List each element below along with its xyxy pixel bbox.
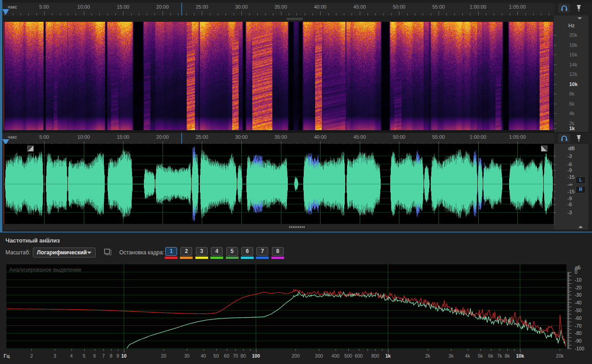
time-label: 5:00 [39,134,49,140]
freq-axis-tick [118,349,118,351]
hold-frame-color-8 [271,257,284,259]
hold-frame-button-4[interactable]: 4 [211,247,223,256]
freq-scale-tick [554,35,556,35]
hold-frame-button-5[interactable]: 5 [226,247,238,256]
hz-unit-label: Hz [568,23,575,28]
time-label: 30:00 [235,134,248,140]
freq-scale-tick [554,104,556,104]
amp-scale-minor-tick [554,208,555,208]
ruler-tick [439,11,439,15]
freq-scale-label: 16k [569,52,577,57]
waveform-view[interactable] [4,144,554,224]
amp-scale-minor-tick [554,214,555,214]
hold-frames-label: Остановка кадра: [119,249,164,256]
pin-icon [576,5,582,12]
db-label: -6 [567,162,572,167]
freq-scale-label: 4k [569,111,575,116]
chevron-down-icon[interactable] [577,17,582,20]
hold-frame-button-3[interactable]: 3 [196,247,208,256]
hold-frame-color-1 [165,257,178,259]
channel-badge-left[interactable]: L [576,177,586,184]
amp-scale-minor-tick [554,157,555,157]
freq-axis-label: 100 [252,353,260,359]
time-marker[interactable] [181,3,182,15]
solo-monitor-button[interactable] [558,4,570,13]
hold-frame-color-5 [226,257,239,259]
time-label: 15:00 [117,4,129,10]
db-axis-label: -10 [575,277,582,283]
time-label: 25:00 [196,4,209,10]
hold-frame-color-3 [195,257,208,259]
freq-axis-label: 7 [102,353,105,359]
hold-frame-button-8[interactable]: 8 [272,247,284,256]
hold-frame-color-2 [180,257,193,259]
grip-handle[interactable] [289,226,305,228]
freq-axis-tick [31,349,32,351]
scrollbar-spectrogram[interactable] [588,15,592,132]
freq-scale-tick [554,55,556,55]
freq-axis-tick [243,349,244,351]
time-label: 10:00 [77,4,90,10]
frequency-scale-vertical[interactable]: Hz 20k18k16k14k12k10k8k6k4k2k1k [554,15,588,132]
solo-monitor-button[interactable] [558,134,570,143]
freq-axis-tick [216,349,217,351]
freq-scale-tick [554,65,556,65]
pin-button[interactable] [576,135,582,144]
spectrogram-view[interactable] [4,22,554,130]
freq-scale-label: 10k [569,81,577,87]
amp-scale-minor-tick [554,173,555,173]
pin-button[interactable] [576,5,582,14]
time-label: 45:00 [353,4,366,10]
freq-axis-tick [103,349,104,351]
grip-handle[interactable] [287,18,302,20]
freq-axis-label: 60 [224,353,230,359]
amp-scale-minor-tick [554,200,555,200]
hold-frame-button-7[interactable]: 7 [256,247,268,256]
freq-axis-tick [382,349,383,351]
scrollbar-waveform[interactable] [588,144,592,230]
freq-scale-tick [554,113,556,114]
freq-axis-tick [468,349,468,351]
amp-scale-minor-tick [554,152,555,153]
chevron-up-icon[interactable] [578,226,583,228]
freq-axis-label: 10k [516,353,524,359]
freq-axis-label: 50 [214,353,219,359]
amplitude-scale-vertical[interactable]: dB L R -3-3-6-6-9-9-15-15-∞ [554,144,588,230]
playhead-line-waveform[interactable] [4,144,4,224]
freq-scale-tick [554,74,556,75]
hold-frame-button-6[interactable]: 6 [241,247,253,256]
freq-axis-tick [124,349,124,353]
hold-frame-button-1[interactable]: 1 [165,247,177,256]
db-axis-label: -80 [575,330,582,336]
freq-axis-label: 40 [201,353,206,359]
fade-in-handle-icon[interactable] [27,146,34,152]
time-label: 15:00 [117,134,129,140]
freq-axis-tick [500,349,500,351]
freq-axis-tick [480,349,481,351]
amp-scale-minor-tick [554,204,555,204]
amp-scale-minor-tick [554,196,555,196]
freq-axis-tick [367,349,368,351]
headphone-icon [561,135,568,142]
playhead-marker[interactable] [2,9,10,15]
channel-badge-right[interactable]: R [576,186,586,193]
spectrogram-zoom-strip[interactable] [2,15,554,22]
freq-axis-tick [55,349,55,351]
menu-icon[interactable]: ≡ [46,236,50,244]
playhead-line-spectrogram[interactable] [4,22,4,130]
hold-frame-button-2[interactable]: 2 [180,247,192,256]
freq-axis-tick [227,349,227,351]
freq-axis-label: 9 [117,353,119,359]
snapshot-icon[interactable] [104,248,112,256]
scale-dropdown[interactable]: Логарифмический [33,248,96,258]
freq-axis-tick [204,349,204,351]
freq-axis-label: 300 [315,353,323,359]
freq-axis-tick [560,349,560,351]
freq-axis-label: 20 [161,353,166,359]
timeline-ruler-spectrogram[interactable]: чмс5:0010:0015:0020:0025:0030:0035:0040:… [2,3,554,15]
waveform-zoom-strip[interactable] [2,224,554,230]
scale-label: Масштаб: [5,249,31,256]
freq-axis-tick [359,349,359,351]
fade-out-handle-icon[interactable] [541,146,547,152]
freq-axis-tick [428,349,428,351]
